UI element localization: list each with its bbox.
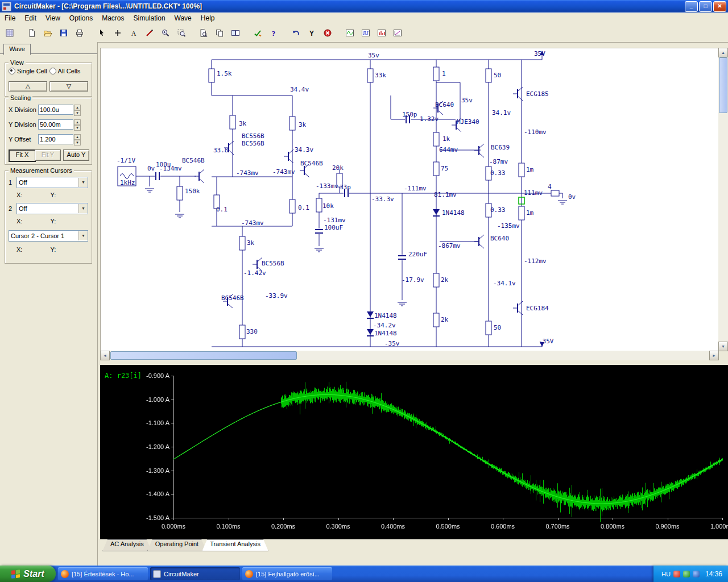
cursor-diff-select[interactable]: Cursor 2 - Cursor 1 ▼ [9, 230, 88, 242]
minimize-button[interactable]: _ [685, 1, 698, 12]
scope-bars-icon[interactable] [374, 26, 389, 40]
close-button[interactable]: ✕ [713, 1, 726, 12]
menu-macros[interactable]: Macros [97, 13, 129, 23]
schematic-label: -34.1v [493, 280, 516, 287]
open-file-icon[interactable] [40, 26, 55, 40]
auto-y-button[interactable]: Auto Y [63, 149, 89, 161]
schematic-label: -17.9v [402, 276, 424, 284]
schematic-label: -111mv [404, 185, 427, 192]
tray-icon-alert[interactable] [673, 571, 680, 577]
probe-tool-icon[interactable]: Y [304, 26, 319, 40]
parts-bin-icon[interactable] [2, 26, 17, 40]
menu-help[interactable]: Help [196, 13, 220, 23]
help-icon[interactable]: ? [266, 26, 281, 40]
menu-view[interactable]: View [41, 13, 65, 23]
schematic-label: BC546B [182, 157, 205, 164]
tray-icon-shield[interactable] [683, 571, 690, 577]
menu-options[interactable]: Options [65, 13, 97, 23]
scope-xy-icon[interactable] [390, 26, 405, 40]
tray-icon-volume[interactable] [693, 571, 700, 577]
menu-wave[interactable]: Wave [170, 13, 196, 23]
cursor2-label: 2 [9, 205, 16, 212]
spin-down-icon[interactable]: ▼ [74, 140, 81, 146]
scroll-left-icon[interactable]: ◄ [100, 351, 110, 360]
taskbar-task-1[interactable]: [15] Értesítések - Ho... [58, 567, 148, 580]
menu-edit[interactable]: Edit [20, 13, 41, 23]
schematic-label: MJE340 [457, 118, 479, 126]
tab-ac-analysis[interactable]: AC Analysis [102, 539, 152, 551]
clock[interactable]: 14:36 [705, 570, 722, 578]
tab-wave[interactable]: Wave [3, 44, 31, 55]
tab-operating-point[interactable]: Operating Point [147, 539, 206, 551]
fit-y-button[interactable]: Fit Y [35, 149, 61, 161]
y-division-spinner[interactable]: ▲ ▼ [74, 119, 81, 130]
spin-down-icon[interactable]: ▼ [74, 125, 81, 131]
search-page-icon[interactable] [196, 26, 211, 40]
schematic-canvas[interactable]: 35v35V1.5k33k150ECG18534.4vBC64035v150p1… [100, 48, 719, 351]
scroll-down-icon[interactable]: ▼ [718, 342, 728, 351]
wire-tool-icon[interactable] [142, 26, 157, 40]
menu-file[interactable]: File [0, 13, 20, 23]
schematic-label: 33p [340, 184, 351, 191]
shift-down-button[interactable]: ▽ [49, 81, 88, 92]
cursor2-select[interactable]: Off ▼ [16, 203, 88, 214]
print-icon[interactable] [72, 26, 87, 40]
stop-simulation-icon[interactable] [320, 26, 335, 40]
vertical-scroll-thumb[interactable] [719, 57, 727, 113]
scroll-right-icon[interactable]: ► [709, 351, 719, 360]
spin-up-icon[interactable]: ▲ [74, 105, 81, 110]
schematic-label: 1N4148 [374, 330, 397, 337]
new-file-icon[interactable] [24, 26, 39, 40]
radio-single-cell[interactable]: Single Cell [9, 68, 47, 74]
schematic-horizontal-scrollbar[interactable]: ◄ ► [100, 351, 719, 360]
spin-up-icon[interactable]: ▲ [74, 134, 81, 140]
menu-simulation[interactable]: Simulation [129, 13, 170, 23]
copy-page-icon[interactable] [212, 26, 227, 40]
scope-digital-icon[interactable] [358, 26, 373, 40]
text-tool-icon[interactable]: A [126, 26, 141, 40]
chevron-down-icon[interactable]: ▼ [78, 204, 88, 213]
radio-all-cells[interactable]: All Cells [49, 68, 81, 74]
taskbar-task-3[interactable]: [15] Fejhallgató erősí... [242, 567, 332, 580]
x-division-label: X Division [9, 106, 38, 113]
horizontal-scroll-thumb[interactable] [110, 351, 297, 360]
taskbar-task-circuitmaker[interactable]: CircuitMaker [150, 567, 240, 580]
select-arrow-icon[interactable] [94, 26, 109, 40]
schematic-label: -867mv [438, 242, 461, 250]
x-division-input[interactable] [38, 105, 73, 115]
zoom-area-icon[interactable] [174, 26, 189, 40]
fit-x-button[interactable]: Fit X [9, 149, 36, 162]
scroll-up-icon[interactable]: ▲ [718, 48, 728, 57]
schematic-label: BC546B [221, 294, 244, 302]
split-view-icon[interactable] [228, 26, 243, 40]
y-division-input[interactable] [38, 119, 73, 130]
start-button[interactable]: Start [0, 566, 56, 582]
shift-up-button[interactable]: △ [9, 81, 47, 92]
window-title: CircuitMaker - [C:\Program Files\...\UNT… [14, 2, 684, 10]
maximize-button[interactable]: □ [699, 1, 712, 12]
scope-transient-icon[interactable] [342, 26, 357, 40]
x-axis-tick-label: 0.900ms [647, 523, 688, 530]
spin-down-icon[interactable]: ▼ [74, 110, 81, 116]
y-offset-spinner[interactable]: ▲ ▼ [74, 134, 81, 144]
spin-up-icon[interactable]: ▲ [74, 119, 81, 125]
check-errors-icon[interactable] [250, 26, 265, 40]
x-division-spinner[interactable]: ▲ ▼ [74, 105, 81, 115]
cursor1-select[interactable]: Off ▼ [16, 177, 88, 188]
schematic-label: -133mv [316, 182, 338, 190]
schematic-label: -135mv [497, 222, 520, 230]
toolbar: A ? Y [0, 24, 728, 43]
chevron-down-icon[interactable]: ▼ [78, 178, 88, 187]
zoom-in-icon[interactable] [158, 26, 173, 40]
schematic-vertical-scrollbar[interactable]: ▲ ▼ [718, 48, 728, 351]
y-offset-input[interactable] [38, 134, 73, 144]
tab-transient-analysis[interactable]: Transient Analysis [202, 539, 268, 551]
undo-icon[interactable] [288, 26, 303, 40]
add-device-icon[interactable] [110, 26, 125, 40]
schematic-label: -131mv [323, 217, 346, 224]
schematic-label: BC640 [435, 101, 454, 109]
schematic-label: 20k [332, 164, 344, 172]
language-indicator[interactable]: HU [661, 571, 671, 577]
chevron-down-icon[interactable]: ▼ [78, 231, 88, 240]
save-icon[interactable] [56, 26, 71, 40]
